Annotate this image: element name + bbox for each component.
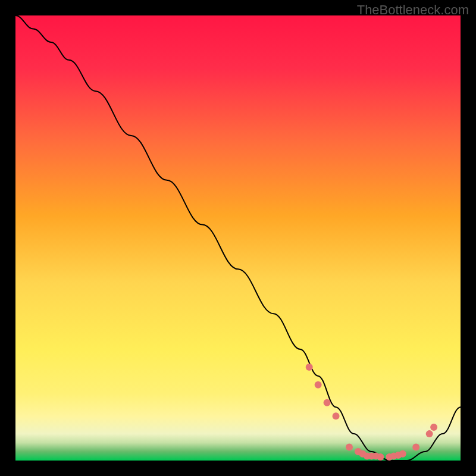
curve-marker bbox=[377, 453, 384, 461]
curve-marker bbox=[399, 450, 406, 458]
curve-marker bbox=[426, 430, 433, 437]
curve-marker bbox=[346, 444, 353, 451]
bottleneck-curve-path bbox=[15, 15, 461, 461]
curve-marker bbox=[306, 364, 313, 371]
chart-curve-layer bbox=[15, 15, 461, 461]
curve-marker bbox=[430, 424, 437, 431]
curve-marker bbox=[324, 399, 331, 406]
curve-markers bbox=[306, 364, 437, 461]
chart-plot-area bbox=[15, 15, 461, 461]
watermark-text: TheBottleneck.com bbox=[357, 2, 469, 18]
curve-marker bbox=[333, 412, 340, 419]
curve-marker bbox=[412, 444, 419, 451]
curve-marker bbox=[315, 381, 322, 389]
